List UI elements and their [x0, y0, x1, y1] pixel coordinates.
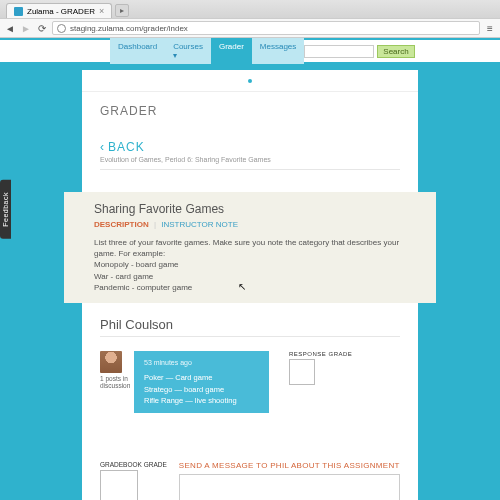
assignment-example: Monopoly - board game — [94, 259, 406, 270]
back-icon[interactable]: ◄ — [4, 22, 16, 34]
address-bar[interactable]: staging.zulama.com/grader/index — [52, 21, 480, 35]
nav-grader[interactable]: Grader — [211, 38, 252, 64]
student-name: Phil Coulson — [100, 317, 400, 332]
nav-dashboard[interactable]: Dashboard — [110, 38, 165, 64]
nav-courses[interactable]: Courses ▾ — [165, 38, 211, 64]
favicon-icon — [14, 7, 23, 16]
banner — [82, 70, 418, 92]
reload-icon[interactable]: ⟳ — [36, 22, 48, 34]
chevron-left-icon: ‹ — [100, 140, 104, 154]
message-textarea[interactable] — [179, 474, 400, 500]
back-link[interactable]: ‹ BACK — [100, 140, 400, 154]
browser-tab[interactable]: Zulama - GRADER × — [6, 3, 112, 18]
post-line: Rifle Range — live shooting — [144, 395, 259, 406]
url-text: staging.zulama.com/grader/index — [70, 24, 188, 33]
gradebook-label: GRADEBOOK GRADE — [100, 461, 167, 468]
post-meta: 1 posts in discussion — [100, 375, 128, 389]
assignment-title: Sharing Favorite Games — [94, 202, 406, 216]
top-nav: Dashboard Courses ▾ Grader Messages Sear… — [0, 40, 500, 62]
post-line: Poker — Card game — [144, 372, 259, 383]
new-tab-button[interactable]: ▸ — [115, 4, 129, 17]
response-grade-label: RESPONSE GRADE — [289, 351, 352, 357]
post-line: Stratego — board game — [144, 384, 259, 395]
response-grade-input[interactable] — [289, 359, 315, 385]
nav-messages[interactable]: Messages — [252, 38, 304, 64]
browser-tab-bar: Zulama - GRADER × ▸ — [0, 0, 500, 18]
assignment-block: Sharing Favorite Games DESCRIPTION | INS… — [64, 192, 436, 303]
divider — [100, 169, 400, 170]
globe-icon — [57, 24, 66, 33]
breadcrumb: Evolution of Games, Period 6: Sharing Fa… — [100, 156, 400, 163]
assignment-example: War - card game — [94, 271, 406, 282]
search-input[interactable] — [304, 45, 374, 58]
main-column: GRADER ‹ BACK Evolution of Games, Period… — [82, 70, 418, 500]
forward-icon[interactable]: ► — [20, 22, 32, 34]
page-title: GRADER — [100, 104, 400, 118]
browser-toolbar: ◄ ► ⟳ staging.zulama.com/grader/index ≡ — [0, 18, 500, 38]
tab-separator: | — [154, 220, 156, 229]
message-title: SEND A MESSAGE TO PHIL ABOUT THIS ASSIGN… — [179, 461, 400, 470]
search-button[interactable]: Search — [377, 45, 414, 58]
assignment-example: Pandemic - computer game — [94, 282, 406, 293]
close-icon[interactable]: × — [99, 6, 104, 16]
feedback-tab[interactable]: Feedback — [0, 180, 11, 239]
post-bubble: 53 minutes ago Poker — Card game Strateg… — [134, 351, 269, 413]
tab-title: Zulama - GRADER — [27, 7, 95, 16]
assignment-body: List three of your favorite games. Make … — [94, 237, 406, 293]
back-label: BACK — [108, 140, 145, 154]
divider — [100, 336, 400, 337]
tab-instructor-note[interactable]: INSTRUCTOR NOTE — [161, 220, 238, 229]
discussion-post: 1 posts in discussion 53 minutes ago Pok… — [100, 351, 400, 413]
gradebook-grade-input[interactable] — [100, 470, 138, 500]
response-grade: RESPONSE GRADE — [289, 351, 352, 385]
tab-description[interactable]: DESCRIPTION — [94, 220, 149, 229]
menu-icon[interactable]: ≡ — [484, 22, 496, 34]
post-timestamp: 53 minutes ago — [144, 358, 259, 369]
assignment-intro: List three of your favorite games. Make … — [94, 237, 406, 259]
avatar — [100, 351, 122, 373]
dot-icon — [248, 79, 252, 83]
